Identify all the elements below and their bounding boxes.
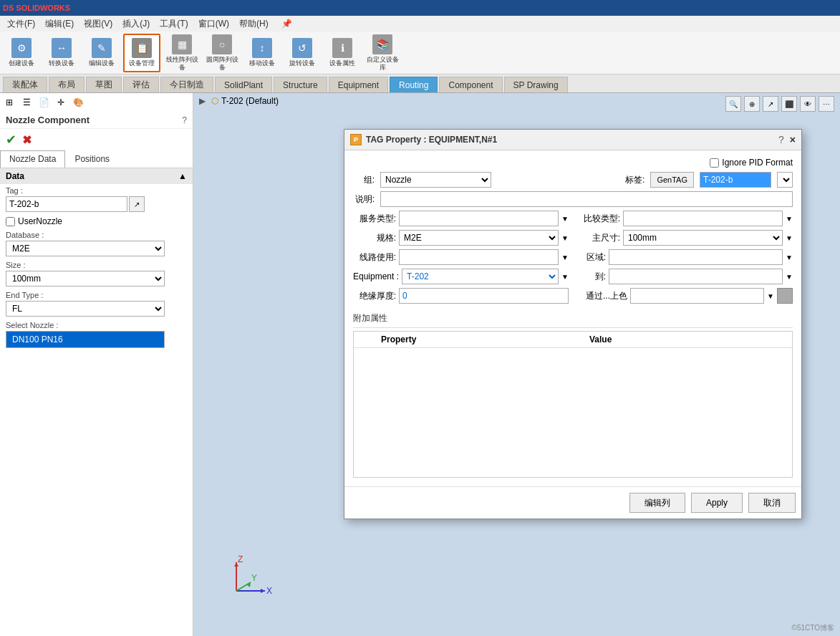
group-select[interactable]: Nozzle [380,172,491,188]
props-header: Property Value [354,332,792,348]
group-label: 组: [353,174,375,186]
zhuchicun-label: 主尺寸: [577,232,620,244]
fuwuleixing-label: 服务类型: [353,213,396,225]
props-col-checkbox [354,332,375,347]
equipment-label: Equipment : [353,271,399,281]
xianlusyong-input[interactable] [399,249,559,265]
dialog-title-bar: P TAG Property : EQUIPMENT,N#1 ? × [344,130,801,150]
dao-row: 到: ▼ [577,269,793,284]
shuoming-row: 说明: [353,191,793,207]
bijiaoelixing-row: 比较类型: ▼ [577,211,793,226]
dialog-body: Ignore PID Format 组: Nozzle 标签: GenTAG ▼… [344,150,801,486]
shuoming-label: 说明: [353,193,375,206]
gentag-button[interactable]: GenTAG [650,172,694,188]
ignore-pid-checkbox[interactable] [710,158,719,168]
watermark: ©51CTO博客 [792,623,834,633]
props-col-property: Property [375,332,584,347]
dialog-close-btn[interactable]: × [790,134,796,145]
xianlusyong-row: 线路使用: ▼ [353,249,569,265]
bijiaoelixing-input[interactable] [623,211,783,226]
jueyuechoudu-row: 绝缘厚度: [353,288,569,304]
zhuchicun-row: 主尺寸: 100mm ▼ [577,230,793,246]
cancel-dialog-button[interactable]: 取消 [748,493,796,513]
dao-label: 到: [577,271,606,283]
two-col-form: 服务类型: ▼ 比较类型: ▼ 规格: M2E ▼ [353,211,793,304]
tongguo-label: 通过...上色 [577,290,627,302]
dialog-title-actions: ? × [778,134,796,145]
group-field: Nozzle [380,172,617,188]
bijiaoelixing-label: 比较类型: [577,213,620,225]
props-body [354,348,792,477]
zhuchicun-select[interactable]: 100mm [623,230,783,246]
jueyuechoudu-input[interactable] [399,288,569,304]
xianlusyong-label: 线路使用: [353,251,396,264]
biaoqian-label: 标签: [623,174,645,186]
guige-select[interactable]: M2E [399,230,559,246]
group-tag-row: 组: Nozzle 标签: GenTAG ▼ [353,172,793,188]
equipment-row: Equipment : T-202 ▼ [353,269,569,284]
dialog-title-icon: P [350,134,362,145]
additional-props-section: 附加属性 Property Value [353,309,793,478]
ignore-pid-row: Ignore PID Format [353,156,793,172]
tongguo-input[interactable] [630,288,764,304]
props-col-value: Value [584,332,792,347]
guige-row: 规格: M2E ▼ [353,230,569,246]
apply-button[interactable]: Apply [691,493,743,513]
additional-props-table: Property Value [353,331,793,478]
dialog-overlay: P TAG Property : EQUIPMENT,N#1 ? × Ignor… [0,0,840,636]
tongguo-row: 通过...上色 ▼ [577,288,793,304]
dialog-title-text: P TAG Property : EQUIPMENT,N#1 [350,134,497,145]
dialog-help-btn[interactable]: ? [778,134,784,145]
ignore-pid-label: Ignore PID Format [722,158,793,168]
quyu-row: 区域: ▼ [577,249,793,265]
quyu-input[interactable] [609,249,783,265]
equipment-select[interactable]: T-202 [402,269,559,284]
shuoming-input[interactable] [380,191,793,207]
jueyuechoudu-label: 绝缘厚度: [353,290,396,302]
dao-input[interactable] [609,269,783,284]
tag-property-dialog: P TAG Property : EQUIPMENT,N#1 ? × Ignor… [344,129,802,519]
fuwuleixing-row: 服务类型: ▼ [353,211,569,226]
quyu-label: 区域: [577,251,606,264]
edit-list-button[interactable]: 编辑列 [629,493,685,513]
dialog-footer: 编辑列 Apply 取消 [344,486,801,519]
guige-label: 规格: [353,232,396,244]
fuwuleixing-input[interactable] [399,211,559,226]
tag-dropdown[interactable]: ▼ [777,172,793,188]
tag-value-input[interactable] [700,172,771,188]
color-swatch[interactable] [777,288,793,304]
additional-props-title: 附加属性 [353,309,793,328]
